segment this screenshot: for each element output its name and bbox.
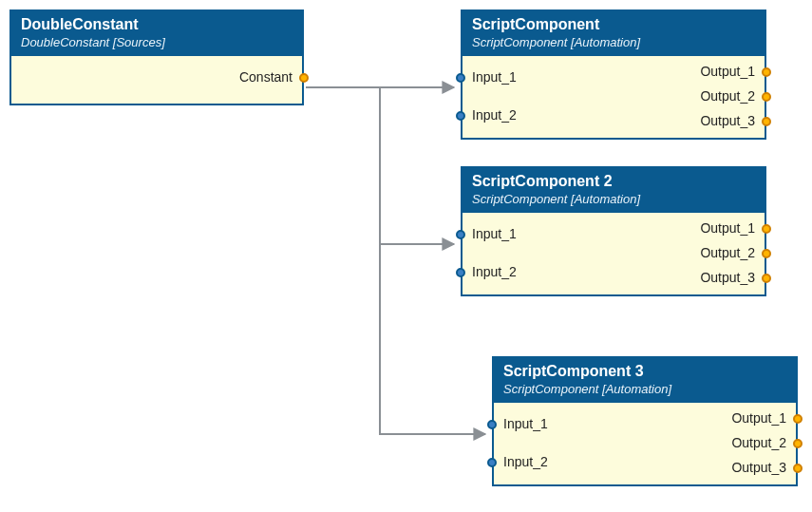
port-input-1[interactable]: Input_1 [503,416,548,431]
port-output-2[interactable]: Output_2 [700,245,755,260]
node-subtitle: ScriptComponent [Automation] [472,192,755,207]
node-script-2[interactable]: ScriptComponent 2 ScriptComponent [Autom… [461,166,766,296]
node-header: ScriptComponent 2 ScriptComponent [Autom… [463,168,765,213]
node-title: DoubleConstant [21,15,293,33]
node-double-constant[interactable]: DoubleConstant DoubleConstant [Sources] … [9,9,304,105]
node-subtitle: ScriptComponent [Automation] [503,382,786,397]
node-subtitle: ScriptComponent [Automation] [472,35,755,50]
port-output-2[interactable]: Output_2 [700,88,755,104]
port-dot-output[interactable] [793,414,803,424]
wire-source-to-script2 [380,87,454,244]
port-output-2[interactable]: Output_2 [731,435,786,450]
port-output-3[interactable]: Output_3 [731,460,786,475]
port-dot-output[interactable] [762,224,771,234]
port-output-constant[interactable]: Constant [239,69,293,85]
port-input-2[interactable]: Input_2 [503,454,548,469]
diagram-canvas: DoubleConstant DoubleConstant [Sources] … [0,0,812,512]
node-script-1[interactable]: ScriptComponent ScriptComponent [Automat… [461,9,766,140]
port-input-2[interactable]: Input_2 [472,107,517,123]
port-input-1[interactable]: Input_1 [472,69,517,85]
port-output-1[interactable]: Output_1 [700,64,755,79]
port-dot-output[interactable] [762,274,771,283]
node-title: ScriptComponent 2 [472,172,755,190]
node-script-3[interactable]: ScriptComponent 3 ScriptComponent [Autom… [492,356,798,486]
node-body: Input_1 Input_2 Output_1 Output_2 Output… [494,403,796,484]
port-dot-output[interactable] [762,92,771,102]
port-dot-output[interactable] [299,73,309,83]
node-header: DoubleConstant DoubleConstant [Sources] [11,11,302,56]
port-dot-input[interactable] [487,420,497,429]
node-header: ScriptComponent ScriptComponent [Automat… [463,11,765,56]
port-output-1[interactable]: Output_1 [731,410,786,426]
node-subtitle: DoubleConstant [Sources] [21,35,293,50]
port-dot-input[interactable] [456,73,465,83]
node-header: ScriptComponent 3 ScriptComponent [Autom… [494,358,796,403]
node-title: ScriptComponent 3 [503,362,786,380]
node-body: Input_1 Input_2 Output_1 Output_2 Output… [463,213,765,294]
port-dot-output[interactable] [793,464,803,473]
port-dot-input[interactable] [456,268,465,277]
node-body: Constant [11,56,302,104]
port-dot-output[interactable] [762,249,771,258]
port-dot-input[interactable] [456,230,465,239]
port-input-1[interactable]: Input_1 [472,226,517,241]
port-input-2[interactable]: Input_2 [472,264,517,279]
port-output-3[interactable]: Output_3 [700,270,755,285]
port-output-1[interactable]: Output_1 [700,220,755,236]
port-dot-input[interactable] [487,458,497,467]
node-title: ScriptComponent [472,15,755,33]
node-body: Input_1 Input_2 Output_1 Output_2 Output… [463,56,765,138]
port-dot-output[interactable] [762,67,771,77]
port-dot-input[interactable] [456,111,465,121]
port-dot-output[interactable] [762,117,771,126]
port-dot-output[interactable] [793,439,803,448]
port-output-3[interactable]: Output_3 [700,113,755,128]
